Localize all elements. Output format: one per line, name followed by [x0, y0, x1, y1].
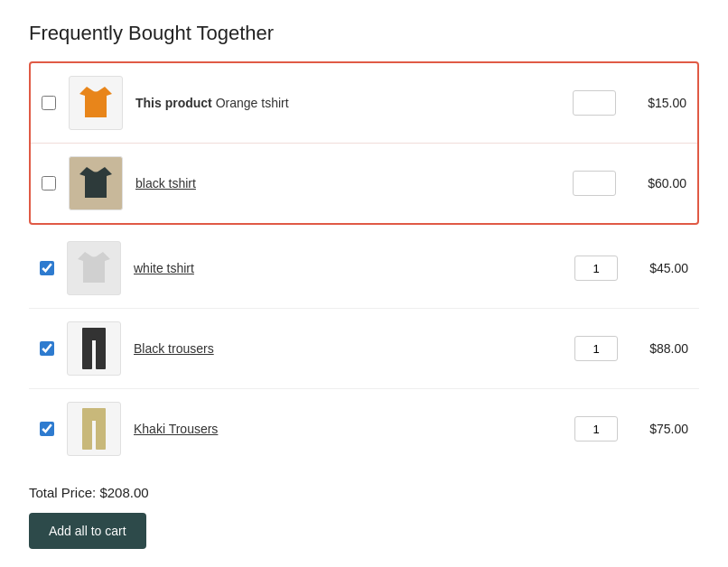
total-value: $208.00: [99, 485, 148, 500]
product-link-khaki-trousers[interactable]: Khaki Trousers: [134, 422, 218, 436]
svg-rect-4: [82, 419, 92, 450]
additional-products: white tshirt $45.00 Black trousers $88.0…: [29, 228, 699, 469]
table-row: This product Orange tshirt $15.00: [31, 63, 697, 144]
table-row: Black trousers $88.00: [29, 309, 699, 389]
qty-input-orange-tshirt[interactable]: [573, 90, 616, 116]
product-price-black-trousers: $88.00: [630, 341, 688, 356]
highlighted-group: This product Orange tshirt $15.00 black …: [29, 61, 699, 225]
product-price-white-tshirt: $45.00: [630, 261, 688, 275]
product-checkbox-khaki-trousers[interactable]: [40, 422, 54, 436]
page-title: Frequently Bought Together: [29, 22, 699, 45]
product-checkbox-white-tshirt[interactable]: [40, 261, 54, 275]
svg-rect-3: [82, 408, 106, 421]
svg-rect-5: [96, 419, 106, 450]
product-name-black-trousers: Black trousers: [134, 341, 562, 356]
total-label: Total Price:: [29, 485, 96, 500]
product-image-orange-tshirt: [69, 76, 123, 130]
product-image-khaki-trousers: [67, 402, 121, 456]
this-product-label: This product: [135, 96, 212, 110]
svg-rect-1: [82, 339, 92, 369]
qty-input-black-tshirt[interactable]: [573, 171, 616, 196]
product-image-black-trousers: [67, 321, 121, 376]
product-link-white-tshirt[interactable]: white tshirt: [134, 261, 194, 275]
qty-input-black-trousers[interactable]: [574, 336, 618, 361]
product-name-white-tshirt: white tshirt: [134, 261, 562, 275]
table-row: Khaki Trousers $75.00: [29, 389, 699, 469]
product-name-orange-tshirt: This product Orange tshirt: [135, 96, 560, 110]
product-price-khaki-trousers: $75.00: [630, 422, 688, 436]
product-list: This product Orange tshirt $15.00 black …: [29, 61, 699, 469]
qty-input-white-tshirt[interactable]: [574, 256, 618, 281]
product-checkbox-black-tshirt[interactable]: [42, 176, 56, 191]
product-price-black-tshirt: $60.00: [629, 176, 686, 191]
product-image-white-tshirt: [67, 241, 121, 295]
svg-rect-0: [82, 328, 106, 340]
product-image-black-tshirt: [69, 156, 123, 210]
table-row: black tshirt $60.00: [31, 144, 697, 223]
svg-rect-2: [96, 339, 106, 369]
product-checkbox-orange-tshirt[interactable]: [42, 96, 56, 110]
total-price: Total Price: $208.00: [29, 485, 699, 500]
add-to-cart-button[interactable]: Add all to cart: [29, 513, 146, 549]
table-row: white tshirt $45.00: [29, 228, 699, 309]
product-link-black-tshirt[interactable]: black tshirt: [135, 176, 196, 191]
product-price-orange-tshirt: $15.00: [629, 96, 686, 110]
product-name-black-tshirt: black tshirt: [135, 176, 560, 191]
product-name-khaki-trousers: Khaki Trousers: [134, 422, 562, 436]
qty-input-khaki-trousers[interactable]: [574, 416, 618, 442]
product-name-text: Orange tshirt: [216, 96, 289, 110]
product-link-black-trousers[interactable]: Black trousers: [134, 341, 214, 356]
product-checkbox-black-trousers[interactable]: [40, 341, 54, 356]
